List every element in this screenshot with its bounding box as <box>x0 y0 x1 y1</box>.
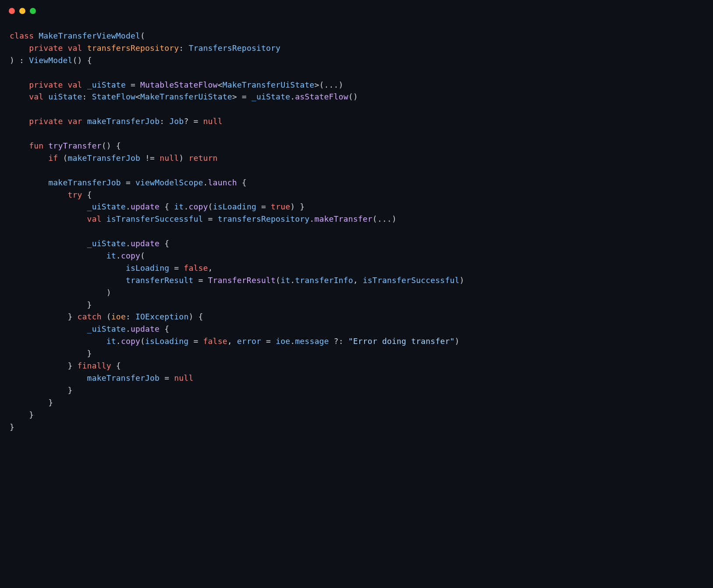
code-line: it.copy( <box>10 251 145 260</box>
code-line: makeTransferJob = viewModelScope.launch … <box>10 178 247 187</box>
code-line: } <box>10 410 34 419</box>
code-line: } finally { <box>10 361 121 370</box>
code-line: } <box>10 349 92 358</box>
code-line: private val _uiState = MutableStateFlow<… <box>10 80 344 89</box>
code-line: private val transfersRepository: Transfe… <box>10 43 280 53</box>
code-line: it.copy(isLoading = false, error = ioe.m… <box>10 337 460 346</box>
code-line: fun tryTransfer() { <box>10 141 121 150</box>
code-line: _uiState.update { it.copy(isLoading = tr… <box>10 202 305 211</box>
code-line: val uiState: StateFlow<MakeTransferUiSta… <box>10 92 358 101</box>
code-line: } catch (ioe: IOException) { <box>10 312 203 321</box>
code-line: } <box>10 398 53 407</box>
code-line: _uiState.update { <box>10 324 169 333</box>
minimize-icon[interactable] <box>19 8 25 14</box>
code-line: val isTransferSuccessful = transfersRepo… <box>10 214 397 223</box>
code-line: transferResult = TransferResult(it.trans… <box>10 276 465 285</box>
code-line: ) : ViewModel() { <box>10 56 92 65</box>
code-line: try { <box>10 190 92 199</box>
zoom-icon[interactable] <box>30 8 36 14</box>
code-line: _uiState.update { <box>10 239 169 248</box>
code-line: } <box>10 300 92 309</box>
window-titlebar <box>0 0 713 18</box>
code-line: private var makeTransferJob: Job? = null <box>10 117 223 126</box>
code-editor[interactable]: class MakeTransferViewModel( private val… <box>0 18 713 437</box>
code-line: makeTransferJob = null <box>10 373 193 383</box>
close-icon[interactable] <box>9 8 15 14</box>
code-line: } <box>10 386 73 395</box>
code-line: } <box>10 422 14 432</box>
code-window: class MakeTransferViewModel( private val… <box>0 0 713 437</box>
code-line: class MakeTransferViewModel( <box>10 31 145 40</box>
code-line: ) <box>10 288 111 297</box>
code-line: if (makeTransferJob != null) return <box>10 153 218 163</box>
code-line: isLoading = false, <box>10 263 213 273</box>
